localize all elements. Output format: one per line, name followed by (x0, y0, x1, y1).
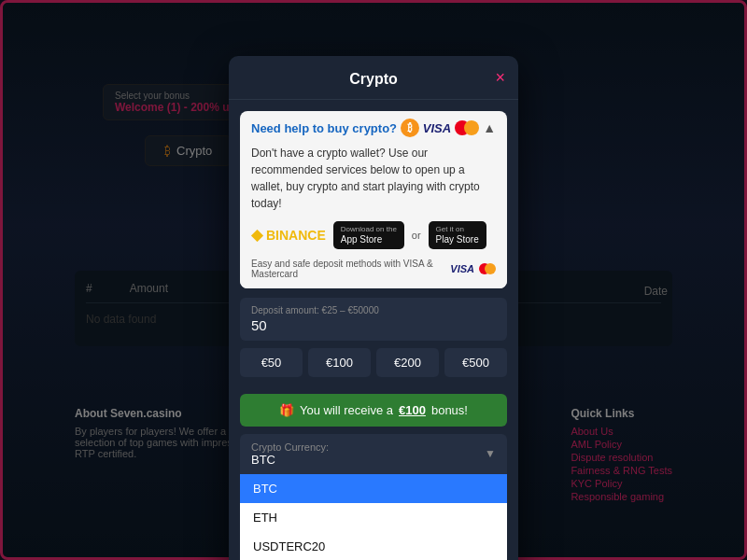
bonus-bar: 🎁 You will receive a €100 bonus! (240, 394, 507, 427)
play-store-small: Get it on (436, 225, 464, 234)
chevron-down-icon: ▼ (485, 447, 496, 460)
play-store-button[interactable]: Get it on Play Store (429, 221, 486, 249)
binance-icon: ◆ (251, 226, 262, 244)
bitcoin-icon: ₿ (401, 119, 419, 137)
help-icons: ₿ VISA ▲ (401, 119, 496, 137)
mastercard-icon (455, 120, 479, 135)
amount-btn-100[interactable]: €100 (308, 348, 371, 377)
visa-mc-text: Easy and safe deposit methods with VISA … (251, 259, 445, 279)
mastercard-small (479, 263, 496, 274)
help-content: Don't have a crypto wallet? Use our reco… (240, 145, 507, 288)
crypto-currency-label: Crypto Currency: (251, 441, 329, 453)
or-label: or (412, 230, 421, 241)
deposit-input-wrap[interactable]: Deposit amount: €25 – €50000 50 (240, 298, 507, 341)
help-header[interactable]: Need help to buy crypto? ₿ VISA ▲ (240, 111, 507, 145)
bonus-bar-text-before: You will receive a (300, 403, 393, 417)
app-store-small: Download on the (341, 225, 397, 234)
crypto-option-usdterc20[interactable]: USDTERC20 (240, 532, 507, 560)
binance-label: BINANCE (266, 228, 326, 243)
play-store-label: Play Store (436, 234, 479, 245)
bonus-bar-highlight: €100 (399, 403, 426, 417)
mc-yellow-small (485, 263, 496, 274)
crypto-modal: Crypto × Need help to buy crypto? ₿ VISA… (229, 56, 518, 560)
visa-icon: VISA (423, 121, 451, 135)
chevron-up-icon: ▲ (483, 120, 496, 135)
modal-close-button[interactable]: × (495, 68, 505, 88)
visa-text-small: VISA (450, 263, 474, 274)
amount-buttons: €50 €100 €200 €500 (240, 348, 507, 377)
app-store-label: App Store (341, 234, 382, 245)
crypto-section: Crypto Currency: BTC ▼ BTC ETH USDTERC20… (229, 434, 518, 560)
amount-btn-50[interactable]: €50 (240, 348, 303, 377)
app-store-button[interactable]: Download on the App Store (333, 221, 404, 249)
modal-title: Crypto (349, 71, 398, 88)
help-body-text: Don't have a crypto wallet? Use our reco… (251, 145, 496, 212)
visa-mc-line: Easy and safe deposit methods with VISA … (251, 259, 496, 279)
crypto-option-eth[interactable]: ETH (240, 503, 507, 532)
modal-overlay: Crypto × Need help to buy crypto? ₿ VISA… (0, 0, 747, 560)
crypto-option-btc[interactable]: BTC (240, 474, 507, 503)
bonus-bar-text-after: bonus! (431, 403, 468, 417)
bonus-bar-icon: 🎁 (279, 403, 294, 417)
mc-yellow-circle (464, 120, 479, 135)
crypto-dropdown: BTC ETH USDTERC20 USDTTRC20 USDTBSC LTC (240, 474, 507, 560)
help-services: ◆ BINANCE Download on the App Store or G… (251, 221, 496, 249)
help-title: Need help to buy crypto? (251, 121, 397, 135)
deposit-value: 50 (251, 317, 496, 333)
modal-header: Crypto × (229, 56, 518, 100)
modal-body: Need help to buy crypto? ₿ VISA ▲ Don't … (229, 111, 518, 560)
crypto-selected-value: BTC (251, 453, 329, 467)
binance-logo: ◆ BINANCE (251, 226, 326, 244)
amount-btn-500[interactable]: €500 (444, 348, 507, 377)
deposit-range-label: Deposit amount: €25 – €50000 (251, 305, 496, 315)
help-banner: Need help to buy crypto? ₿ VISA ▲ Don't … (240, 111, 507, 288)
deposit-section: Deposit amount: €25 – €50000 50 €50 €100… (229, 288, 518, 386)
crypto-select-header[interactable]: Crypto Currency: BTC ▼ (240, 434, 507, 474)
amount-btn-200[interactable]: €200 (376, 348, 439, 377)
